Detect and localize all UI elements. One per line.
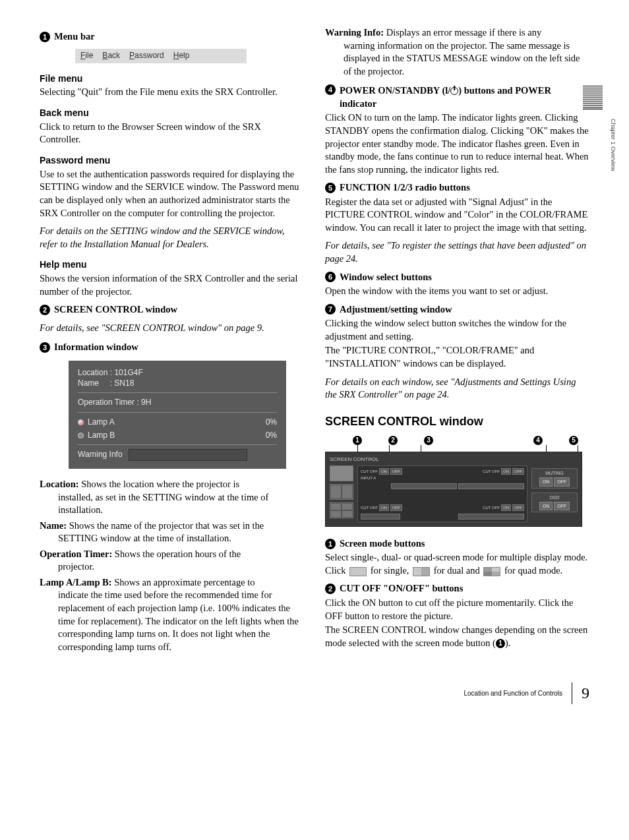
- sc-mode-dual-icon: [330, 484, 353, 500]
- sc-panel-title: SCREEN CONTROL: [330, 456, 578, 464]
- callout-5-title: FUNCTION 1/2/3 radio buttons: [340, 181, 470, 195]
- info-location-value: 101G4F: [114, 368, 142, 377]
- password-menu-body: Use to set the authentication passwords …: [40, 168, 304, 220]
- warning-info-box: [129, 449, 247, 461]
- callout-7-title: Adjustment/setting window: [340, 303, 452, 316]
- file-menu-heading: File menu: [40, 73, 304, 85]
- callout-2-heading: 2 SCREEN CONTROL window: [40, 303, 304, 316]
- sc-muting-label: MUTING: [533, 470, 576, 476]
- sc-cutoff-off: OFF: [390, 468, 402, 475]
- back-menu-body: Click to return to the Browser Screen wi…: [40, 121, 304, 146]
- lamp-on-icon: [78, 419, 84, 425]
- callout-6-title: Window select buttons: [340, 271, 432, 284]
- sc-cutoff-on: ON: [379, 468, 389, 475]
- footer-label: Location and Function of Controls: [464, 689, 562, 698]
- sc-item2-p2a: The SCREEN CONTROL window changes depend…: [325, 624, 587, 648]
- sc-callout-5: 5: [569, 436, 578, 445]
- sc-mode-buttons: [330, 465, 353, 522]
- info-lampB-pct: 0%: [266, 430, 277, 440]
- info-name-value: SN18: [114, 378, 134, 388]
- callout-7-body2: The "PICTURE CONTROL," "COLOR/FRAME" and…: [325, 344, 589, 370]
- power-icon: [450, 87, 458, 95]
- back-menu-heading: Back menu: [40, 107, 304, 119]
- sc-item1-pd: for quad mode.: [502, 565, 562, 576]
- info-name-row: Name : SN18: [78, 378, 277, 388]
- sc-cutoff-bl: CUT OFF ON OFF: [361, 504, 402, 511]
- def-lamp-body: indicate the time used before the recomm…: [58, 589, 304, 653]
- sc-side-toggles: MUTING ONOFF OSD ONOFF: [531, 465, 578, 522]
- callout-2-note: For details, see "SCREEN CONTROL window"…: [40, 322, 304, 335]
- callout-7-note: For details on each window, see "Adjustm…: [325, 376, 589, 402]
- def-warning-info: Warning Info: Displays an error message …: [325, 26, 589, 78]
- menubar-help: Help: [173, 50, 190, 61]
- callout-5-body: Register the data set or adjusted with "…: [325, 196, 589, 235]
- callout-1-heading: 1 Menu bar: [40, 30, 304, 44]
- sc-input-a-label: INPUT A: [361, 475, 376, 481]
- sc-cutoff-off-4: OFF: [512, 504, 524, 511]
- help-menu-heading: Help menu: [40, 258, 304, 271]
- callout-2-badge: 2: [40, 305, 50, 315]
- mode-dual-icon-inline: [413, 567, 430, 576]
- right-column: Warning Info: Displays an error message …: [325, 26, 589, 656]
- sc-item2-title: CUT OFF "ON/OFF" buttons: [340, 582, 463, 595]
- info-lampB-label: Lamp B: [88, 431, 115, 440]
- sc-osd-off: OFF: [554, 502, 570, 510]
- menubar-back: Back: [102, 50, 120, 61]
- info-optimer-row: Operation Timer : 9H: [78, 397, 277, 407]
- callout-5-badge: 5: [325, 183, 336, 193]
- sc-item1-heading: 1 Screen mode buttons: [325, 537, 589, 551]
- sc-item1-badge: 1: [325, 539, 336, 549]
- def-warning-body-inline: Displays an error message if there is an…: [386, 27, 542, 38]
- sc-item2-heading: 2 CUT OFF "ON/OFF" buttons: [325, 582, 589, 595]
- sc-item2-body1: Click the ON button to cut off the pictu…: [325, 597, 589, 622]
- callout-2-title: SCREEN CONTROL window: [54, 303, 177, 316]
- sc-osd-toggle: OSD ONOFF: [531, 493, 578, 513]
- sc-dropdown-4: [458, 514, 524, 520]
- callout-4-body: Click ON to turn on the lamp. The indica…: [325, 111, 589, 176]
- sc-mode-single-icon: [330, 465, 353, 481]
- sc-panel: SCREEN CONTROL CUT OFF ON OFF: [325, 452, 582, 527]
- sc-cutoff-tl: CUT OFF ON OFF: [361, 468, 402, 475]
- screen-control-section-title: SCREEN CONTROL window: [325, 413, 589, 429]
- information-window-figure: Location : 101G4F Name : SN18 Operation …: [69, 361, 286, 469]
- file-menu-body: Selecting "Quit" from the File menu exit…: [40, 86, 304, 99]
- def-optimer-term: Operation Timer:: [40, 549, 112, 559]
- sc-item1-pc: for dual and: [431, 565, 482, 576]
- callout-5-note: For details, see "To register the settin…: [325, 239, 589, 265]
- sc-dropdown-3: [361, 514, 400, 520]
- mode-single-icon-inline: [349, 567, 367, 576]
- callout-7-badge: 7: [325, 304, 336, 315]
- decorative-lines: [583, 86, 603, 109]
- info-optimer-label: Operation Timer: [78, 398, 135, 407]
- sc-cutoff-on-4: ON: [501, 504, 511, 511]
- sc-dropdown-1: [391, 483, 457, 489]
- sc-item2-badge: 2: [325, 584, 336, 594]
- mode-quad-icon-inline: [483, 567, 500, 576]
- sc-cutoff-off-2: OFF: [512, 468, 524, 475]
- info-optimer-value: 9H: [141, 398, 151, 407]
- def-location-term: Location:: [40, 479, 79, 489]
- info-lampA-row: Lamp A 0%: [78, 417, 277, 427]
- password-menu-note: For details on the SETTING window and th…: [40, 225, 304, 251]
- sc-cutoff-label-3: CUT OFF: [361, 505, 378, 510]
- sc-cutoff-on-3: ON: [379, 504, 389, 511]
- info-lampA-pct: 0%: [266, 417, 277, 427]
- chapter-tab: Chapter 1 Overview: [609, 92, 617, 171]
- def-lamp-term: Lamp A/Lamp B:: [40, 577, 112, 587]
- def-optimer-body-inline: Shows the operation hours of the: [115, 549, 241, 559]
- def-name-body-inline: Shows the name of the projector that was…: [69, 520, 264, 531]
- sc-item1-title: Screen mode buttons: [340, 537, 425, 551]
- sc-cutoff-label-2: CUT OFF: [483, 469, 500, 474]
- callout-4-title: POWER ON/STANDBY (l/) buttons and POWER …: [340, 84, 589, 110]
- sc-osd-label: OSD: [533, 495, 576, 500]
- sc-item1-pb: for single,: [368, 565, 411, 576]
- def-warning-body: warning information on the projector. Th…: [344, 40, 589, 78]
- sc-cutoff-br: CUT OFF ON OFF: [483, 504, 524, 511]
- callout-4-heading: 4 POWER ON/STANDBY (l/) buttons and POWE…: [325, 84, 589, 110]
- callout-6-body: Open the window with the items you want …: [325, 285, 589, 298]
- sc-mode-quad-icon: [330, 502, 353, 518]
- info-location-label: Location: [78, 368, 107, 377]
- def-name-body: SETTING window at the time of installati…: [58, 532, 304, 545]
- sc-muting-off: OFF: [554, 477, 570, 486]
- sc-cutoff-off-3: OFF: [390, 504, 402, 511]
